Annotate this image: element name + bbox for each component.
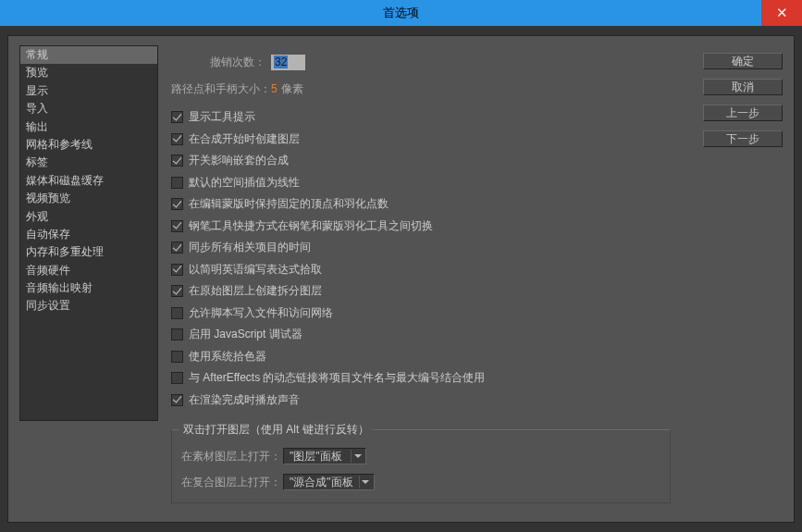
checkbox-row[interactable]: 默认的空间插值为线性 (171, 172, 783, 194)
checkbox[interactable] (171, 351, 183, 363)
footage-open-label: 在素材图层上打开： (181, 449, 283, 464)
checkbox-label: 在合成开始时创建图层 (189, 131, 300, 147)
chevron-down-icon (359, 476, 372, 489)
outer-frame: 常规预览显示导入输出网格和参考线标签媒体和磁盘缓存视频预览外观自动保存内存和多重… (0, 26, 802, 532)
checkbox-row[interactable]: 在合成开始时创建图层 (171, 129, 783, 151)
sidebar-item[interactable]: 外观 (20, 208, 157, 226)
checkbox[interactable] (171, 372, 183, 384)
ok-button[interactable]: 确定 (703, 53, 783, 69)
checkbox-label: 允许脚本写入文件和访问网络 (189, 305, 333, 321)
sidebar-item[interactable]: 标签 (20, 154, 157, 171)
sidebar-item[interactable]: 导入 (20, 100, 157, 118)
checkbox[interactable] (171, 155, 183, 167)
cancel-button[interactable]: 取消 (703, 79, 783, 95)
checkbox[interactable] (171, 133, 183, 145)
checkbox[interactable] (171, 264, 183, 276)
checkbox-row[interactable]: 以简明英语编写表达式拾取 (171, 259, 783, 281)
titlebar: 首选项 ✕ (0, 0, 802, 26)
checkbox[interactable] (171, 198, 183, 210)
comp-open-dropdown[interactable]: "源合成"面板 (283, 474, 375, 490)
sidebar: 常规预览显示导入输出网格和参考线标签媒体和磁盘缓存视频预览外观自动保存内存和多重… (19, 45, 158, 421)
checkbox-row[interactable]: 显示工具提示 (171, 106, 783, 129)
double-click-fieldset: 双击打开图层（使用 Alt 键进行反转） 在素材图层上打开： "图层"面板 在复… (171, 429, 671, 503)
sidebar-item[interactable]: 音频输出映射 (20, 279, 157, 297)
checkbox[interactable] (171, 394, 183, 406)
close-button[interactable]: ✕ (761, 0, 802, 26)
panel: 常规预览显示导入输出网格和参考线标签媒体和磁盘缓存视频预览外观自动保存内存和多重… (7, 35, 795, 523)
chevron-down-icon (351, 450, 364, 463)
sidebar-item[interactable]: 预览 (20, 64, 157, 81)
sidebar-item[interactable]: 输出 (20, 118, 157, 136)
checkbox-label: 同步所有相关项目的时间 (189, 240, 311, 255)
fieldset-legend: 双击打开图层（使用 Alt 键进行反转） (179, 422, 373, 438)
sidebar-item[interactable]: 常规 (20, 46, 157, 64)
checkbox-label: 开关影响嵌套的合成 (189, 153, 289, 168)
checkbox-row[interactable]: 钢笔工具快捷方式在钢笔和蒙版羽化工具之间切换 (171, 216, 783, 238)
window-title: 首选项 (383, 5, 419, 21)
sidebar-item[interactable]: 网格和参考线 (20, 136, 157, 154)
checkbox-label: 在渲染完成时播放声音 (189, 392, 300, 408)
undo-label: 撤销次数： (171, 55, 271, 70)
checkbox-label: 使用系统拾色器 (189, 349, 266, 365)
close-icon: ✕ (776, 5, 788, 21)
sidebar-item[interactable]: 媒体和磁盘缓存 (20, 172, 157, 190)
main-content: 确定 取消 上一步 下一步 撤销次数： 32 路径点和手柄大小： 5 像素 显示 (158, 45, 783, 522)
sidebar-item[interactable]: 内存和多重处理 (20, 243, 157, 261)
checkbox[interactable] (171, 328, 183, 340)
checkbox-row[interactable]: 启用 JavaScript 调试器 (171, 324, 783, 346)
next-button[interactable]: 下一步 (703, 130, 783, 147)
sidebar-item[interactable]: 显示 (20, 82, 157, 100)
checkbox[interactable] (171, 111, 183, 123)
checkbox-row[interactable]: 允许脚本写入文件和访问网络 (171, 303, 783, 325)
checkbox-row[interactable]: 与 AfterEffects 的动态链接将项目文件名与最大编号结合使用 (171, 367, 783, 390)
checkbox-row[interactable]: 开关影响嵌套的合成 (171, 150, 783, 172)
checkbox[interactable] (171, 220, 183, 232)
sidebar-item[interactable]: 自动保存 (20, 226, 157, 243)
path-size-suffix: 像素 (281, 81, 303, 97)
checkbox[interactable] (171, 307, 183, 319)
undo-input[interactable]: 32 (271, 55, 305, 70)
undo-value: 32 (274, 56, 288, 68)
checkbox-label: 在原始图层上创建拆分图层 (189, 283, 322, 299)
checkbox-label: 显示工具提示 (189, 109, 255, 125)
checkbox-row[interactable]: 在原始图层上创建拆分图层 (171, 280, 783, 303)
checkbox-label: 默认的空间插值为线性 (189, 175, 300, 191)
checkbox-label: 在编辑蒙版时保持固定的顶点和羽化点数 (189, 196, 389, 212)
prev-button[interactable]: 上一步 (703, 105, 783, 121)
checkbox-label: 以简明英语编写表达式拾取 (189, 262, 322, 278)
path-size-value[interactable]: 5 (271, 82, 278, 95)
sidebar-item[interactable]: 视频预览 (20, 190, 157, 207)
checkbox-label: 与 AfterEffects 的动态链接将项目文件名与最大编号结合使用 (189, 370, 485, 386)
checkbox-row[interactable]: 在渲染完成时播放声音 (171, 390, 783, 412)
checkbox-group: 显示工具提示在合成开始时创建图层开关影响嵌套的合成默认的空间插值为线性在编辑蒙版… (171, 106, 783, 411)
path-size-label: 路径点和手柄大小： (171, 81, 271, 97)
footage-open-dropdown[interactable]: "图层"面板 (283, 448, 366, 464)
sidebar-item[interactable]: 音频硬件 (20, 262, 157, 279)
checkbox[interactable] (171, 241, 183, 254)
dropdown-value: "源合成"面板 (290, 475, 353, 490)
checkbox-row[interactable]: 使用系统拾色器 (171, 346, 783, 368)
dialog-buttons: 确定 取消 上一步 下一步 (703, 53, 783, 147)
comp-open-label: 在复合图层上打开： (181, 475, 283, 490)
checkbox-row[interactable]: 同步所有相关项目的时间 (171, 237, 783, 259)
dropdown-value: "图层"面板 (290, 449, 345, 464)
checkbox-row[interactable]: 在编辑蒙版时保持固定的顶点和羽化点数 (171, 193, 783, 216)
checkbox[interactable] (171, 285, 183, 297)
checkbox-label: 钢笔工具快捷方式在钢笔和蒙版羽化工具之间切换 (189, 218, 433, 234)
checkbox-label: 启用 JavaScript 调试器 (189, 327, 302, 342)
checkbox[interactable] (171, 177, 183, 189)
sidebar-item[interactable]: 同步设置 (20, 297, 157, 315)
